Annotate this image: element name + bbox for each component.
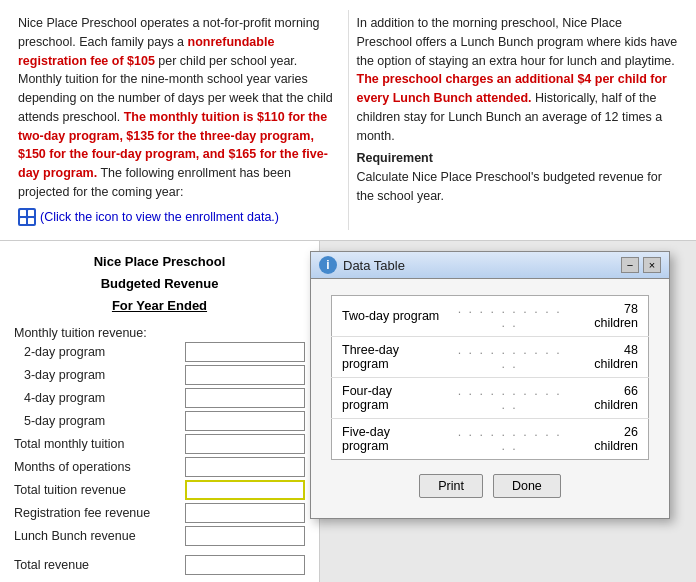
row-total-revenue: Total revenue — [14, 555, 305, 575]
program-value: 78 children — [569, 296, 648, 337]
program-value: 26 children — [569, 419, 648, 460]
popup-titlebar: i Data Table − × — [311, 252, 669, 279]
label-4day: 4-day program — [24, 391, 185, 405]
program-label: Three-day program — [332, 337, 450, 378]
popup-controls: − × — [621, 257, 661, 273]
row-3day: 3-day program — [14, 365, 305, 385]
input-registration[interactable] — [185, 503, 305, 523]
req-label: Requirement — [357, 151, 433, 165]
print-button[interactable]: Print — [419, 474, 483, 498]
label-registration: Registration fee revenue — [14, 506, 185, 520]
table-row: Five-day program . . . . . . . . . . . .… — [332, 419, 649, 460]
input-3day[interactable] — [185, 365, 305, 385]
row-months: Months of operations — [14, 457, 305, 477]
input-4day[interactable] — [185, 388, 305, 408]
label-2day: 2-day program — [24, 345, 185, 359]
label-months: Months of operations — [14, 460, 185, 474]
input-lunch-bunch[interactable] — [185, 526, 305, 546]
form-title-line2: Budgeted Revenue — [14, 273, 305, 295]
table-row: Two-day program . . . . . . . . . . . . … — [332, 296, 649, 337]
svg-rect-3 — [20, 218, 26, 224]
input-5day[interactable] — [185, 411, 305, 431]
info-icon: i — [319, 256, 337, 274]
highlight-tuition: The monthly tuition is $110 for the two-… — [18, 110, 328, 180]
row-4day: 4-day program — [14, 388, 305, 408]
row-2day: 2-day program — [14, 342, 305, 362]
program-value: 48 children — [569, 337, 648, 378]
top-left-text: Nice Place Preschool operates a not-for-… — [10, 10, 349, 230]
program-label: Five-day program — [332, 419, 450, 460]
form-title-line1: Nice Place Preschool — [14, 251, 305, 273]
program-label: Four-day program — [332, 378, 450, 419]
section-monthly-label: Monthly tuition revenue: — [14, 326, 305, 340]
label-total-revenue: Total revenue — [14, 558, 185, 572]
form-title-line3: For Year Ended — [14, 295, 305, 317]
label-lunch-bunch: Lunch Bunch revenue — [14, 529, 185, 543]
grid-icon — [18, 208, 36, 226]
program-label: Two-day program — [332, 296, 450, 337]
table-row: Three-day program . . . . . . . . . . . … — [332, 337, 649, 378]
table-row: Four-day program . . . . . . . . . . . .… — [332, 378, 649, 419]
top-left-paragraph: Nice Place Preschool operates a not-for-… — [18, 14, 340, 202]
popup-footer: Print Done — [331, 474, 649, 508]
input-total-tuition[interactable] — [185, 480, 305, 500]
main-area: Nice Place Preschool Budgeted Revenue Fo… — [0, 241, 696, 582]
input-2day[interactable] — [185, 342, 305, 362]
data-table: Two-day program . . . . . . . . . . . . … — [331, 295, 649, 460]
svg-rect-1 — [20, 210, 26, 216]
minimize-button[interactable]: − — [621, 257, 639, 273]
icon-link[interactable]: (Click the icon to view the enrollment d… — [18, 208, 340, 227]
row-5day: 5-day program — [14, 411, 305, 431]
label-total-tuition: Total tuition revenue — [14, 483, 185, 497]
highlight-registration: nonrefundable registration fee of $105 — [18, 35, 274, 68]
req-text: Calculate Nice Place Preschool's budgete… — [357, 170, 662, 203]
row-lunch-bunch: Lunch Bunch revenue — [14, 526, 305, 546]
label-3day: 3-day program — [24, 368, 185, 382]
label-5day: 5-day program — [24, 414, 185, 428]
data-table-popup: i Data Table − × Two-day program . . . .… — [310, 251, 670, 519]
icon-link-text[interactable]: (Click the icon to view the enrollment d… — [40, 208, 279, 227]
svg-rect-2 — [28, 210, 34, 216]
highlight-lunch: The preschool charges an additional $4 p… — [357, 72, 668, 105]
top-section: Nice Place Preschool operates a not-for-… — [0, 0, 696, 241]
row-total-monthly: Total monthly tuition — [14, 434, 305, 454]
form-title: Nice Place Preschool Budgeted Revenue Fo… — [14, 251, 305, 317]
row-total-tuition: Total tuition revenue — [14, 480, 305, 500]
form-panel: Nice Place Preschool Budgeted Revenue Fo… — [0, 241, 320, 582]
popup-body: Two-day program . . . . . . . . . . . . … — [311, 279, 669, 518]
program-value: 66 children — [569, 378, 648, 419]
close-button[interactable]: × — [643, 257, 661, 273]
svg-rect-4 — [28, 218, 34, 224]
dots: . . . . . . . . . . . . — [450, 296, 570, 337]
input-months[interactable] — [185, 457, 305, 477]
label-total-monthly: Total monthly tuition — [14, 437, 185, 451]
dots: . . . . . . . . . . . . — [450, 378, 570, 419]
input-total-monthly[interactable] — [185, 434, 305, 454]
dots: . . . . . . . . . . . . — [450, 337, 570, 378]
row-registration: Registration fee revenue — [14, 503, 305, 523]
top-right-paragraph: In addition to the morning preschool, Ni… — [357, 14, 679, 145]
done-button[interactable]: Done — [493, 474, 561, 498]
input-total-revenue[interactable] — [185, 555, 305, 575]
dots: . . . . . . . . . . . . — [450, 419, 570, 460]
top-right-text: In addition to the morning preschool, Ni… — [349, 10, 687, 230]
requirement-paragraph: Requirement Calculate Nice Place Prescho… — [357, 149, 679, 205]
popup-title: Data Table — [343, 258, 621, 273]
